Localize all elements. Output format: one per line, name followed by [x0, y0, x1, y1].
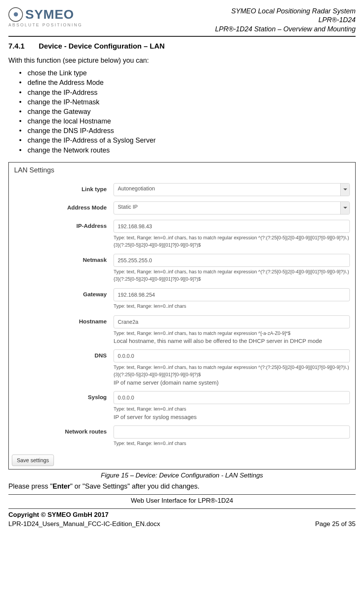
list-item: change the DNS IP-Address [19, 126, 356, 136]
hostname-label: Hostname [14, 315, 114, 325]
list-item: change the IP-Address [19, 88, 356, 97]
network-routes-input[interactable] [114, 425, 350, 438]
header-line2: LPR®-1D24 [215, 16, 356, 24]
after-figure-text: Please press "Enter" or "Save Settings" … [8, 482, 356, 490]
bullet-list: chose the Link type define the Address M… [8, 68, 356, 155]
dns-label: DNS [14, 349, 114, 359]
netmask-input[interactable] [114, 254, 350, 267]
logo-text: SYMEO [25, 7, 74, 22]
address-mode-select[interactable]: Static IP [114, 201, 350, 214]
panel-title: LAN Settings [9, 162, 355, 181]
section-heading: 7.4.1 Device - Device Configuration – LA… [8, 42, 356, 50]
list-item: change the local Hostname [19, 117, 356, 126]
dns-desc: IP of name server (domain name system) [114, 379, 350, 386]
header-line3: LPR®-1D24 Station – Overview and Mountin… [215, 25, 356, 34]
syslog-input[interactable] [114, 391, 350, 404]
intro-text: With this function (see picture below) y… [8, 57, 356, 65]
ip-address-hint: Type: text, Range: len=0..inf chars, has… [114, 234, 350, 249]
dns-hint: Type: text, Range: len=0..inf chars, has… [114, 364, 350, 378]
logo-subtitle: ABSOLUTE POSITIONING [8, 23, 83, 27]
gateway-input[interactable] [114, 288, 350, 301]
list-item: change the Gateway [19, 107, 356, 117]
logo-sphere-icon [8, 7, 23, 22]
chevron-down-icon [340, 184, 349, 196]
netmask-label: Netmask [14, 254, 114, 263]
hostname-input[interactable] [114, 315, 350, 328]
save-settings-button[interactable]: Save settings [12, 455, 54, 466]
link-type-value: Autonegotiation [114, 183, 350, 196]
hostname-hint: Type: text, Range: len=0..inf chars, has… [114, 330, 350, 337]
netmask-hint: Type: text, Range: len=0..inf chars, has… [114, 268, 350, 283]
ip-address-input[interactable] [114, 220, 350, 233]
network-routes-hint: Type: text, Range: len=0..inf chars [114, 440, 350, 447]
logo: SYMEO ABSOLUTE POSITIONING [8, 7, 83, 27]
address-mode-label: Address Mode [14, 201, 114, 211]
syslog-hint: Type: text, Range: len=0..inf chars [114, 406, 350, 413]
figure-caption: Figure 15 – Device: Device Configuration… [8, 472, 356, 479]
list-item: define the Address Mode [19, 78, 356, 88]
list-item: change the IP-Netmask [19, 97, 356, 107]
page-header: SYMEO ABSOLUTE POSITIONING SYMEO Local P… [8, 7, 356, 34]
section-number: 7.4.1 [8, 42, 24, 50]
footer-rule-1 [8, 494, 356, 495]
footer-filename: LPR-1D24_Users_Manual_FCC-IC-Edition_EN.… [8, 520, 160, 528]
syslog-desc: IP of server for syslog messages [114, 414, 350, 420]
lan-settings-panel: LAN Settings Link type Autonegotiation A… [8, 162, 356, 470]
list-item: change the Network routes [19, 146, 356, 155]
gateway-hint: Type: text, Range: len=0..inf chars [114, 303, 350, 310]
footer-copyright: Copyright © SYMEO GmbH 2017 [8, 511, 356, 519]
footer-row: LPR-1D24_Users_Manual_FCC-IC-Edition_EN.… [8, 520, 356, 528]
list-item: chose the Link type [19, 68, 356, 78]
header-rule [8, 36, 356, 37]
list-item: change the IP-Address of a Syslog Server [19, 136, 356, 145]
network-routes-label: Network routes [14, 425, 114, 435]
hostname-desc: Local hostname, this name will also be o… [114, 338, 350, 344]
chevron-down-icon [340, 202, 349, 214]
footer-page: Page 25 of 35 [315, 520, 356, 528]
footer-rule-2 [8, 508, 356, 509]
header-right: SYMEO Local Positioning Radar System LPR… [215, 7, 356, 34]
syslog-label: Syslog [14, 391, 114, 400]
dns-input[interactable] [114, 349, 350, 362]
footer-center: Web User Interface for LPR®-1D24 [8, 497, 356, 505]
link-type-label: Link type [14, 183, 114, 192]
link-type-select[interactable]: Autonegotiation [114, 183, 350, 196]
section-title: Device - Device Configuration – LAN [39, 42, 164, 50]
header-line1: SYMEO Local Positioning Radar System [215, 7, 356, 16]
gateway-label: Gateway [14, 288, 114, 297]
address-mode-value: Static IP [114, 201, 350, 214]
ip-address-label: IP-Address [14, 220, 114, 229]
